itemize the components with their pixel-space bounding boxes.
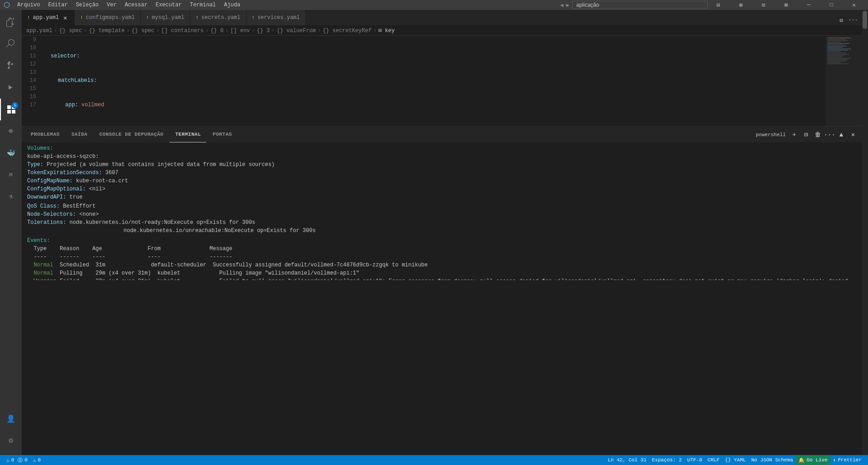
breadcrumb-item[interactable]: {} spec — [59, 28, 82, 34]
breadcrumb-item[interactable]: {} spec — [132, 28, 154, 34]
kill-terminal-button[interactable]: 🗑 — [813, 130, 823, 140]
files-icon[interactable] — [0, 12, 22, 33]
menu-terminal[interactable]: Terminal — [186, 1, 220, 9]
main-layout: 1 ☸ 🐳 ⌘ ⚗ 👤 ⚙ ! app.yaml ✕ ! configmaps.… — [0, 10, 868, 455]
maximize-button[interactable]: □ — [821, 0, 842, 10]
editor-area: ! app.yaml ✕ ! configmaps.yaml ! mysql.y… — [22, 10, 862, 455]
tab-app-yaml[interactable]: ! app.yaml ✕ — [22, 10, 75, 25]
layout-icon1[interactable]: ⊟ — [708, 0, 729, 10]
more-button[interactable]: ··· — [848, 15, 858, 25]
source-control-icon[interactable] — [0, 55, 22, 77]
breadcrumb-item[interactable]: {} 3 — [257, 28, 270, 34]
menu-editar[interactable]: Editar — [44, 1, 71, 9]
breadcrumb-item[interactable]: {} template — [89, 28, 124, 34]
panel-tab-saida[interactable]: SAÍDA — [66, 127, 93, 142]
menu-ajuda[interactable]: Ajuda — [220, 1, 244, 9]
breadcrumb-item[interactable]: app.yaml — [26, 28, 52, 34]
terminal-label: powershell — [754, 132, 787, 138]
menu-executar[interactable]: Executar — [152, 1, 185, 9]
breadcrumb-item[interactable]: {} valueFrom — [277, 28, 316, 34]
close-button[interactable]: ✕ — [844, 0, 864, 10]
prettier-button[interactable]: ⬆ Prettier — [830, 455, 864, 465]
extensions-icon[interactable]: 1 — [0, 99, 22, 120]
terminal-line: ---- ------ ---- ---- ------- — [27, 253, 856, 261]
window-controls: ⊟ ⊞ ⊡ ⊠ ─ □ ✕ — [708, 0, 864, 10]
menu-arquivo[interactable]: Arquivo — [14, 1, 43, 9]
language-mode[interactable]: {} YAML — [722, 455, 749, 465]
breadcrumb-item[interactable]: {} secretKeyRef — [323, 28, 371, 34]
warning-icon: ⓪ — [18, 457, 23, 464]
errors-warnings[interactable]: ⚠ 0 ⓪ 0 — [4, 455, 30, 465]
more-panel-button[interactable]: ··· — [825, 130, 835, 140]
status-bar: ⚠ 0 ⓪ 0 ⚠ 0 Ln 42, Col 31 Espaços: 2 UTF… — [0, 455, 868, 465]
terminal-line: DownwardAPI: true — [27, 193, 856, 201]
encoding-setting[interactable]: UTF-8 — [684, 455, 705, 465]
minimize-button[interactable]: ─ — [798, 0, 819, 10]
layout-icon4[interactable]: ⊠ — [776, 0, 797, 10]
tab-secrets-yaml[interactable]: ! secrets.yaml — [190, 10, 246, 25]
settings-icon[interactable]: ⚙ — [0, 430, 22, 451]
terminal-line: Tolerations: node.kubernetes.io/not-read… — [27, 218, 856, 227]
editor-content[interactable]: 9 10 11 12 13 14 15 16 17 selector: matc… — [22, 36, 862, 126]
run-icon[interactable] — [0, 77, 22, 99]
close-panel-button[interactable]: ✕ — [848, 130, 858, 140]
activity-bar: 1 ☸ 🐳 ⌘ ⚗ 👤 ⚙ — [0, 10, 22, 455]
menu-acessar[interactable]: Acessar — [121, 1, 151, 9]
cursor-pos-label: Ln 42, Col 31 — [607, 457, 646, 463]
terminal-event-row: Normal Scheduled 31m default-scheduler S… — [27, 261, 856, 269]
menu-bar: Arquivo Editar Seleção Ver Acessar Execu… — [14, 1, 560, 9]
breadcrumb-item[interactable]: [] env — [230, 28, 250, 34]
json-schema[interactable]: No JSON Schema — [749, 455, 796, 465]
kubernetes-icon[interactable]: ☸ — [0, 120, 22, 142]
indent-setting[interactable]: Espaços: 2 — [649, 455, 684, 465]
panel-tab-terminal[interactable]: TERMINAL — [170, 127, 206, 142]
panel-tab-portas[interactable]: PORTAS — [207, 127, 237, 142]
terminal-content[interactable]: Volumes: kube-api-access-sqzcb: Type: Pr… — [22, 142, 862, 280]
titlebar: ⬡ Arquivo Editar Seleção Ver Acessar Exe… — [0, 0, 868, 10]
menu-ver[interactable]: Ver — [103, 1, 120, 9]
terminal-line: kube-api-access-sqzcb: — [27, 152, 856, 161]
remote-icon[interactable]: ⌘ — [0, 164, 22, 185]
cursor-position[interactable]: Ln 42, Col 31 — [605, 455, 649, 465]
menu-selecao[interactable]: Seleção — [72, 1, 102, 9]
json-schema-label: No JSON Schema — [751, 457, 793, 463]
language-label: {} YAML — [725, 457, 746, 463]
indent-label: Espaços: 2 — [652, 457, 682, 463]
error-icon: ⚠ — [6, 457, 9, 463]
layout-icon2[interactable]: ⊞ — [730, 0, 751, 10]
prettier-icon: ⬆ — [833, 457, 836, 463]
search-icon[interactable] — [0, 33, 22, 55]
tab-configmaps-yaml[interactable]: ! configmaps.yaml — [75, 10, 141, 25]
tab-mysql-yaml[interactable]: ! mysql.yaml — [141, 10, 190, 25]
split-terminal-button[interactable]: ⊟ — [801, 130, 811, 140]
account-icon[interactable]: 👤 — [0, 408, 22, 430]
right-scrollbar[interactable] — [862, 10, 868, 455]
add-terminal-button[interactable]: + — [789, 130, 799, 140]
terminal-line: ConfigMapName: kube-root-ca.crt — [27, 177, 856, 185]
tab-close-button[interactable]: ✕ — [62, 14, 69, 21]
panel-area: PROBLEMAS SAÍDA CONSOLE DE DEPURAÇÃO TER… — [22, 126, 862, 280]
search-input[interactable] — [572, 1, 708, 9]
split-editor-button[interactable]: ⊟ — [836, 15, 846, 25]
maximize-panel-button[interactable]: ▲ — [836, 130, 846, 140]
scrollbar-thumb[interactable] — [863, 11, 867, 29]
line-endings-setting[interactable]: CRLF — [705, 455, 722, 465]
activity-bar-bottom: 👤 ⚙ — [0, 408, 22, 455]
code-line: app: vollmed — [43, 101, 825, 109]
docker-icon[interactable]: 🐳 — [0, 142, 22, 164]
code-editor[interactable]: selector: matchLabels: app: vollmed temp… — [40, 36, 825, 126]
panel-tab-console[interactable]: CONSOLE DE DEPURAÇÃO — [94, 127, 169, 142]
test-icon[interactable]: ⚗ — [0, 185, 22, 207]
breadcrumb-item[interactable]: [] containers — [161, 28, 204, 34]
breadcrumb-item[interactable]: ⊟ key — [379, 27, 395, 34]
panel-tab-problemas[interactable]: PROBLEMAS — [25, 127, 65, 142]
tab-label: app.yaml — [33, 14, 59, 21]
terminal-line: Events: — [27, 237, 856, 245]
breadcrumb-item[interactable]: {} 0 — [210, 28, 223, 34]
warning-count: 0 — [24, 457, 28, 463]
go-live-button[interactable]: 🔔 Go Live — [796, 455, 830, 465]
layout-icon3[interactable]: ⊡ — [753, 0, 774, 10]
port-warnings[interactable]: ⚠ 0 — [30, 455, 43, 465]
tab-services-yaml[interactable]: ! services.yaml — [247, 10, 306, 25]
line-numbers: 9 10 11 12 13 14 15 16 17 — [22, 36, 40, 126]
